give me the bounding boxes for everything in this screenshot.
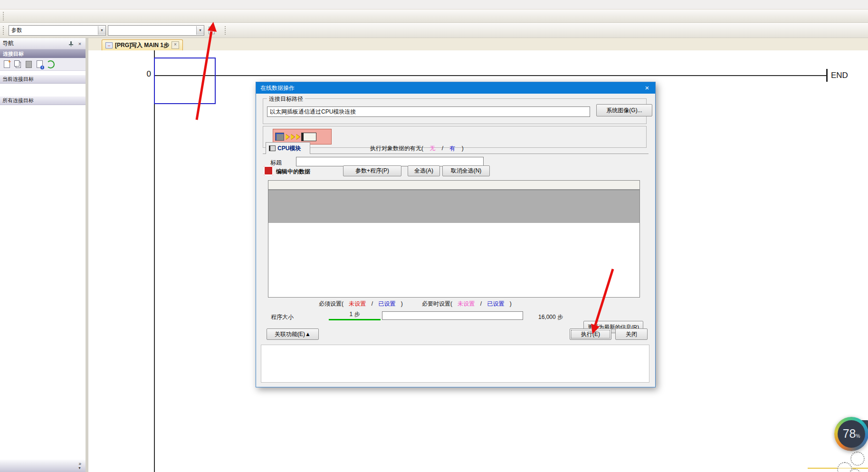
navigation-title-bar: 导航 × [0, 38, 86, 49]
ladder-left-rail [154, 50, 155, 472]
required-set: 已设置 [378, 300, 395, 307]
tab-prg-write-main[interactable]: ↔ [PRG]写入 MAIN 1步 × [102, 39, 183, 50]
execute-button[interactable]: 执行(E) [570, 328, 611, 340]
required-prefix: 必须设置( [319, 300, 343, 307]
optional-prefix: 必要时设置( [422, 300, 452, 307]
navigation-title: 导航 [2, 39, 65, 48]
exec-none: 无 [429, 145, 435, 152]
connection-path-value: 以太网插板通信通过CPU模块连接 [270, 108, 356, 116]
close-icon[interactable]: × [76, 40, 83, 47]
parameter-combo[interactable]: 参数 ▼ [9, 25, 106, 36]
overlay-gear-icon[interactable] [850, 452, 865, 466]
related-functions-button[interactable]: 关联功能(E)▲ [267, 328, 319, 340]
copy-icon[interactable] [13, 60, 22, 68]
required-setting-status: 必须设置( 未设置 / 已设置 ) [319, 300, 403, 308]
system-image-button[interactable]: 系统图像(G)... [596, 104, 652, 116]
related-functions-panel [261, 345, 649, 383]
exec-suffix: ) [462, 145, 464, 152]
slash: / [372, 300, 373, 307]
editing-data-label: 编辑中的数据 [276, 168, 310, 176]
connection-section-header: 连接目标 [0, 49, 86, 58]
navigation-panel: 导航 × 连接目标 当前连接目标 所有连接目标 » ▼ [0, 38, 88, 472]
overlay-percent-unit: % [856, 433, 860, 439]
end-instruction: END [826, 69, 848, 82]
chevron-right-icon[interactable]: » [78, 462, 81, 466]
paren: ) [510, 300, 512, 307]
toolbar-grip[interactable] [225, 26, 228, 35]
chevron-down-icon[interactable]: ▼ [98, 26, 105, 35]
all-connection-header: 所有连接目标 [0, 96, 86, 105]
connection-path-field[interactable]: 以太网插板通信通过CPU模块连接 [267, 106, 590, 117]
new-connection-icon[interactable] [2, 60, 11, 68]
program-size-label: 程序大小 [271, 313, 294, 321]
close-icon[interactable]: × [172, 41, 179, 49]
overlay-percent-widget[interactable]: 78 % [834, 417, 868, 451]
toolbar-grip[interactable] [3, 12, 6, 20]
tab-label: [PRG]写入 MAIN 1步 [115, 41, 169, 49]
menu-bar [0, 0, 868, 10]
ladder-cursor-selection[interactable] [154, 58, 216, 104]
toolbar-standard [0, 10, 868, 23]
slash: / [480, 300, 482, 307]
cpu-module-icon [269, 145, 276, 151]
table-filler [268, 190, 639, 223]
select-all-button[interactable]: 全选(A) [408, 165, 440, 176]
toolbar-secondary: 参数 ▼ ▼ [0, 23, 868, 38]
close-icon[interactable]: × [639, 83, 655, 93]
document-tab-bar: ↔ [PRG]写入 MAIN 1步 × [88, 38, 868, 51]
tab-cpu-module[interactable]: CPU模块 [266, 142, 310, 154]
connection-toolbar [0, 58, 86, 71]
ladder-rung-line [154, 75, 827, 76]
chevron-down-icon[interactable]: ▼ [78, 466, 81, 470]
parameter-combo-value: 参数 [11, 27, 22, 34]
required-unset: 未设置 [349, 300, 366, 307]
program-size-bar [382, 311, 523, 320]
dialog-title: 在线数据操作 [260, 84, 295, 92]
connection-path-label: 连接目标路径 [267, 95, 305, 103]
parameter-program-button[interactable]: 参数+程序(P) [343, 165, 401, 176]
program-size-max: 16,000 步 [538, 313, 563, 321]
optional-set: 已设置 [487, 300, 504, 307]
find-combo[interactable]: ▼ [108, 25, 204, 36]
step-number: 0 [117, 69, 151, 79]
dialog-title-bar[interactable]: 在线数据操作 [256, 82, 655, 94]
tab-cpu-module-label: CPU模块 [277, 144, 301, 153]
property-icon[interactable] [35, 60, 44, 68]
current-connection-header: 当前连接目标 [0, 75, 86, 84]
exec-have: 有 [449, 145, 455, 152]
editing-data-icon [264, 166, 273, 175]
refresh-icon[interactable] [46, 60, 55, 68]
online-data-operation-dialog: 在线数据操作 × 连接目标路径 以太网插板通信通过CPU模块连接 系统图像(G)… [256, 82, 656, 387]
document-check-icon[interactable] [206, 25, 218, 36]
chevron-down-icon[interactable]: ▼ [196, 26, 204, 35]
optional-setting-status: 必要时设置( 未设置 / 已设置 ) [422, 300, 512, 308]
data-table [268, 180, 640, 298]
table-header-row [268, 181, 639, 190]
deselect-all-button[interactable]: 取消全选(N) [442, 165, 490, 176]
all-connection-list [0, 105, 86, 111]
navigation-more-bar[interactable]: » ▼ [0, 459, 86, 472]
program-size-current: 1 步 [329, 310, 381, 320]
current-connection-list [0, 84, 86, 89]
ladder-document-icon: ↔ [105, 42, 113, 48]
toolbar-grip[interactable] [3, 26, 6, 35]
paren: ) [401, 300, 403, 307]
paste-icon[interactable] [24, 60, 33, 68]
exec-target-status: 执行对象数据的有无( 无 / 有 ) [370, 144, 464, 153]
connection-path-group: 连接目标路径 以太网插板通信通过CPU模块连接 [263, 98, 647, 124]
exec-slash: / [442, 145, 443, 152]
overlay-percent: 78 [843, 427, 856, 441]
navigation-empty-area [0, 111, 86, 459]
title-field[interactable] [296, 157, 484, 166]
pin-icon[interactable] [67, 40, 74, 47]
exec-prefix: 执行对象数据的有无( [370, 145, 423, 152]
dialog-close-button[interactable]: 关闭 [615, 328, 648, 340]
tab-divider [263, 154, 649, 154]
optional-unset: 未设置 [458, 300, 475, 307]
